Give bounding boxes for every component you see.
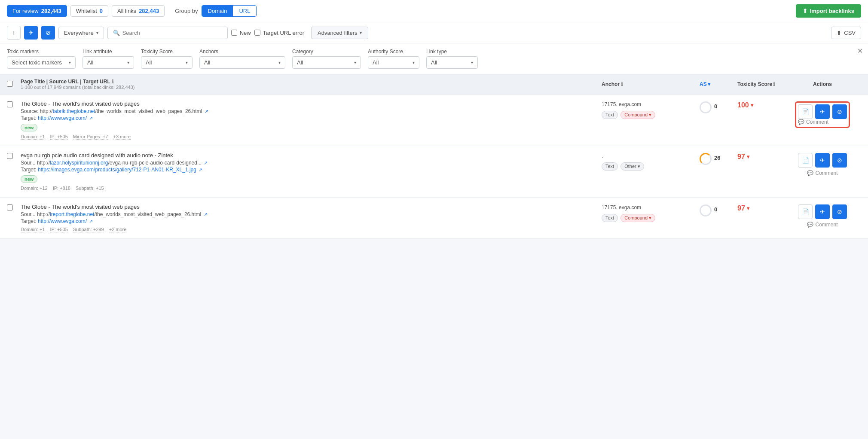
- comment-button[interactable]: 💬 Comment: [798, 119, 828, 125]
- export-icon-button[interactable]: ↑: [7, 26, 21, 40]
- stat-more[interactable]: +3 more: [113, 134, 131, 140]
- row-main-content: The Globe - The world's most visited web…: [21, 204, 598, 232]
- search-input[interactable]: [122, 30, 222, 36]
- compound-tag[interactable]: Compound ▾: [620, 214, 655, 222]
- external-link-icon[interactable]: ↗: [89, 219, 93, 224]
- toxicity-score[interactable]: 97 ▾: [737, 153, 780, 161]
- stat-ip[interactable]: IP: +505: [50, 227, 68, 232]
- toxic-markers-select[interactable]: Select toxic markers ▾: [7, 56, 76, 69]
- move-to-whitelist-button[interactable]: 📄: [798, 104, 813, 119]
- select-all-checkbox[interactable]: [7, 81, 13, 87]
- filters-panel: Toxic markers Select toxic markers ▾ Lin…: [0, 43, 868, 74]
- disavow-button[interactable]: ✈: [815, 204, 830, 219]
- target-link[interactable]: http://www.evga.com/: [38, 115, 87, 121]
- tab-for-review[interactable]: For review 282,443: [7, 5, 67, 17]
- target-link[interactable]: https://images.evga.com/products/gallery…: [38, 167, 196, 173]
- toxicity-score[interactable]: 100 ▾: [737, 101, 780, 109]
- new-checkbox-label[interactable]: New: [231, 30, 251, 36]
- comment-button[interactable]: 💬 Comment: [807, 170, 837, 176]
- target-url-error-checkbox[interactable]: [254, 30, 260, 36]
- import-backlinks-button[interactable]: ⬆ Import backlinks: [796, 4, 861, 18]
- anchors-select[interactable]: All ▾: [199, 56, 285, 69]
- row-anchor: . Text Other ▾: [602, 152, 696, 171]
- anchor-tags: Text Compound ▾: [602, 214, 696, 222]
- send-icon-button[interactable]: ✈: [24, 26, 38, 40]
- search-icon: 🔍: [113, 30, 120, 36]
- block-icon: ⊘: [46, 29, 51, 36]
- external-link-icon[interactable]: ↗: [204, 212, 208, 217]
- tab-all-links[interactable]: All links 282,443: [112, 5, 165, 17]
- text-tag[interactable]: Text: [602, 214, 618, 222]
- group-by-url[interactable]: URL: [233, 6, 256, 16]
- toxicity-score-select[interactable]: All ▾: [141, 56, 193, 69]
- stat-domain[interactable]: Domain: +1: [21, 134, 45, 140]
- block-icon: ⊘: [837, 108, 842, 115]
- row-checkbox[interactable]: [7, 101, 13, 107]
- csv-export-button[interactable]: ⬆ CSV: [831, 27, 861, 39]
- source-link[interactable]: lazor.holyspiritunionnj.org: [50, 160, 108, 166]
- compound-tag[interactable]: Compound ▾: [620, 111, 655, 119]
- stat-ip[interactable]: IP: +505: [50, 134, 68, 140]
- close-filters-button[interactable]: ✕: [857, 48, 863, 55]
- row-anchor: 17175. evga.com Text Compound ▾: [602, 204, 696, 222]
- block-button[interactable]: ⊘: [832, 104, 847, 119]
- whitelist-icon: 📄: [802, 157, 809, 164]
- target-link[interactable]: http://www.evga.com/: [38, 218, 87, 224]
- tab-whitelist[interactable]: Whitelist 0: [70, 5, 108, 17]
- stat-subpath[interactable]: Subpath: +299: [73, 227, 104, 232]
- external-link-icon[interactable]: ↗: [89, 116, 93, 121]
- everywhere-dropdown[interactable]: Everywhere ▾: [58, 27, 104, 39]
- stat-more[interactable]: +2 more: [109, 227, 127, 232]
- action-buttons: 📄 ✈ ⊘: [798, 204, 847, 219]
- other-tag[interactable]: Other ▾: [620, 162, 644, 171]
- source-link[interactable]: ireport.theglobe.net: [50, 211, 94, 217]
- category-select[interactable]: All ▾: [292, 56, 361, 69]
- stat-mirror[interactable]: Mirror Pages: +7: [73, 134, 108, 140]
- chevron-down-icon: ▾: [708, 81, 710, 87]
- whitelist-icon: 📄: [802, 208, 809, 215]
- toxicity-score[interactable]: 97 ▾: [737, 204, 780, 212]
- toxicity-score-label: Toxicity Score: [141, 49, 193, 55]
- as-col-header[interactable]: AS ▾: [700, 81, 734, 87]
- disavow-button[interactable]: ✈: [815, 104, 830, 119]
- disavow-button[interactable]: ✈: [815, 153, 830, 168]
- block-button[interactable]: ⊘: [832, 153, 847, 168]
- external-link-icon[interactable]: ↗: [204, 160, 208, 165]
- target-url-error-label[interactable]: Target URL error: [254, 30, 304, 36]
- new-checkbox[interactable]: [231, 30, 237, 36]
- import-icon: ⬆: [803, 8, 807, 14]
- row-checkbox[interactable]: [7, 204, 13, 210]
- main-col-info-icon: ℹ: [112, 79, 114, 85]
- whitelist-icon: 📄: [802, 108, 809, 115]
- advanced-filters-button[interactable]: Advanced filters ▾: [311, 27, 369, 39]
- stat-ip[interactable]: IP: +818: [53, 186, 70, 191]
- group-by-domain[interactable]: Domain: [202, 6, 233, 16]
- external-link-icon[interactable]: ↗: [205, 109, 208, 114]
- stat-domain[interactable]: Domain: +1: [21, 227, 45, 232]
- comment-button[interactable]: 💬 Comment: [807, 222, 837, 228]
- row-checkbox-cell: [7, 152, 17, 160]
- toxic-markers-label: Toxic markers: [7, 49, 76, 55]
- link-type-select[interactable]: All ▾: [426, 56, 478, 69]
- anchor-tags: Text Other ▾: [602, 162, 696, 171]
- chevron-down-icon: ▾: [69, 60, 71, 65]
- chevron-down-icon: ▾: [278, 60, 281, 65]
- action-buttons: 📄 ✈ ⊘: [798, 104, 847, 119]
- row-checkbox[interactable]: [7, 153, 13, 159]
- move-to-whitelist-button[interactable]: 📄: [798, 204, 813, 219]
- text-tag[interactable]: Text: [602, 162, 618, 171]
- block-icon-button[interactable]: ⊘: [41, 26, 55, 40]
- main-col-header: Page Title | Source URL | Target URL ℹ 1…: [21, 79, 598, 90]
- stat-domain[interactable]: Domain: +12: [21, 186, 48, 191]
- text-tag[interactable]: Text: [602, 111, 618, 119]
- move-to-whitelist-button[interactable]: 📄: [798, 153, 813, 168]
- row-stats: Domain: +1 IP: +505 Mirror Pages: +7 +3 …: [21, 134, 598, 140]
- external-link-icon[interactable]: ↗: [199, 167, 202, 172]
- block-button[interactable]: ⊘: [832, 204, 847, 219]
- as-circle: [700, 153, 712, 165]
- source-link[interactable]: tabrik.theglobe.net: [53, 108, 95, 114]
- authority-score-select[interactable]: All ▾: [368, 56, 419, 69]
- row-target: Target: http://www.evga.com/ ↗: [21, 218, 598, 224]
- link-attribute-select[interactable]: All ▾: [83, 56, 134, 69]
- stat-subpath[interactable]: Subpath: +15: [76, 186, 104, 191]
